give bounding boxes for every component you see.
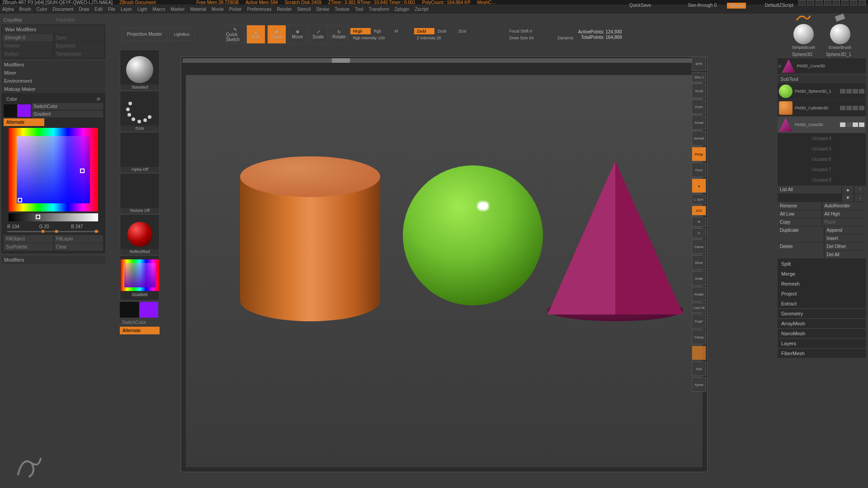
scale-button[interactable]: ⤢Scale [309, 25, 328, 44]
exponent-slider[interactable]: Exponent [54, 42, 104, 50]
menu-preferences[interactable]: Preferences [247, 7, 272, 12]
menu-file[interactable]: File [108, 7, 115, 12]
delete-button[interactable]: Delete [778, 243, 824, 258]
draw-button[interactable]: ✱Draw [267, 25, 286, 44]
nanomesh-section[interactable]: NanoMesh [778, 329, 866, 338]
dynamic-button[interactable]: Dynamic [555, 35, 576, 41]
lightbox-button[interactable]: LightBox [169, 28, 195, 41]
frame-button[interactable]: Frame [692, 239, 706, 254]
subtool-vis-icons[interactable] [840, 89, 864, 94]
eraser-brush[interactable]: EraserBrush [829, 11, 851, 50]
remesh-section[interactable]: Remesh [778, 279, 866, 288]
allhigh-button[interactable]: All High [822, 210, 866, 218]
project-section[interactable]: Project [778, 289, 866, 298]
alternate-small[interactable]: Alternate [120, 327, 160, 334]
menu-marker[interactable]: Marker [170, 7, 184, 12]
grayscale-slider[interactable] [9, 213, 98, 221]
autoreorder-button[interactable]: AutoReorder [822, 202, 866, 210]
scale-tool[interactable]: Scale [692, 271, 706, 286]
menu-movie[interactable]: Movie [212, 7, 224, 12]
menu-layer[interactable]: Layer [121, 7, 132, 12]
menu-document[interactable]: Document [53, 7, 74, 12]
menu-picker[interactable]: Picker [229, 7, 242, 12]
copy-button[interactable]: Copy [778, 218, 821, 226]
spix-button[interactable]: SPix 3 [692, 72, 706, 82]
color-cursor-2[interactable] [18, 198, 22, 202]
menu-transform[interactable]: Transform [368, 7, 389, 12]
quicksketch-button[interactable]: ✎Quick Sketch [226, 25, 245, 44]
alternate-button[interactable]: Alternate [4, 118, 44, 126]
stroke-slot[interactable]: Dots [120, 91, 160, 131]
bpr-button[interactable]: BPR [692, 56, 706, 71]
zsub-button[interactable]: Zsub [435, 28, 455, 34]
layers-section[interactable]: Layers [778, 339, 866, 348]
color-swatch-primary[interactable] [17, 104, 31, 117]
mixer-section[interactable]: Mixer [1, 69, 105, 77]
minimize-button[interactable] [841, 0, 849, 5]
delother-button[interactable]: Del Other [825, 243, 866, 250]
projection-master-button[interactable]: Projection Master [122, 28, 167, 41]
menu-light[interactable]: Light [137, 7, 147, 12]
color-cursor[interactable] [80, 169, 85, 173]
zadd-button[interactable]: Zadd [414, 28, 434, 34]
insert-button[interactable]: Insert [825, 235, 866, 242]
subtool-vis-icons[interactable] [840, 122, 864, 127]
btn5[interactable] [833, 0, 840, 5]
geometry-section[interactable]: Geometry [778, 309, 866, 318]
fillobject-button[interactable]: FillObject [4, 235, 53, 243]
filllayer-button[interactable]: FillLayer [54, 235, 103, 243]
b-value[interactable]: B 247 [71, 224, 99, 229]
switchcolor-small[interactable]: SwitchColor [120, 319, 163, 326]
cylinder-object[interactable] [240, 156, 380, 324]
paste-button[interactable]: Paste [822, 218, 866, 226]
menu-edit[interactable]: Edit [95, 7, 103, 12]
menu-render[interactable]: Render [277, 7, 292, 12]
temperature-slider[interactable]: Temperature [54, 50, 104, 58]
menu-macro[interactable]: Macro [153, 7, 165, 12]
xpose-button[interactable]: Xpose [692, 377, 706, 392]
close-button[interactable] [859, 0, 866, 5]
canvas[interactable] [181, 56, 708, 472]
move-tool[interactable]: Move [692, 255, 706, 270]
mrgb-button[interactable]: Mrgb [350, 28, 371, 34]
wax-header[interactable]: Wax Modifiers [2, 25, 104, 33]
r-value[interactable]: R 134 [7, 224, 36, 229]
up-arrow-icon[interactable]: ▲ [842, 186, 854, 193]
listall-button[interactable]: List All [778, 186, 841, 193]
subtool-header[interactable]: SubTool [778, 75, 866, 83]
delall-button[interactable]: Del All [825, 251, 866, 258]
timeline-scrubber[interactable] [183, 58, 706, 63]
environment-section[interactable]: Environment [1, 77, 105, 85]
btn4[interactable] [824, 0, 831, 5]
rotate-button[interactable]: ↻Rotate [330, 25, 349, 44]
material-slot[interactable]: ReflectRed [120, 214, 160, 254]
alpha-slot[interactable]: Alpha Off [120, 132, 160, 172]
color-picker[interactable] [9, 128, 98, 211]
rgb-button[interactable]: Rgb [371, 28, 392, 34]
defaultscript-button[interactable]: DefaultZScript [765, 3, 793, 8]
strength-slider[interactable]: Strength 0 [2, 34, 53, 42]
edit-button[interactable]: ▲Edit [246, 25, 265, 44]
ghost-button[interactable] [692, 346, 706, 360]
color-header[interactable]: Color⟳ [4, 95, 103, 103]
rgb-intensity-slider[interactable]: Rgb Intensity 100 [350, 35, 412, 41]
menu-color[interactable]: Color [37, 7, 47, 12]
matcap-section[interactable]: Matcap Maker [1, 85, 105, 93]
rename-button[interactable]: Rename [778, 202, 821, 210]
copymat-button[interactable]: CopyMat [1, 16, 53, 24]
draw-size-slider[interactable]: Draw Size 64 [507, 35, 554, 41]
btn1[interactable] [798, 0, 806, 5]
append-button[interactable]: Append [825, 226, 866, 234]
menu-brush[interactable]: Brush [19, 7, 31, 12]
refresh-icon[interactable]: ⟳ [97, 97, 100, 102]
modifiers-section[interactable]: Modifiers [1, 61, 105, 69]
rotate-tool[interactable]: Rotate [692, 287, 706, 301]
menu-zscript[interactable]: Zscript [415, 7, 428, 12]
btn3[interactable] [816, 0, 823, 5]
menu-alpha[interactable]: Alpha [2, 7, 14, 12]
transp-button[interactable]: Transp [692, 330, 706, 344]
alllow-button[interactable]: All Low [778, 210, 821, 218]
menu-draw[interactable]: Draw [79, 7, 89, 12]
subtool-vis-icons[interactable] [840, 106, 864, 110]
focal-shift-slider[interactable]: Focal Shift 0 [507, 28, 570, 34]
